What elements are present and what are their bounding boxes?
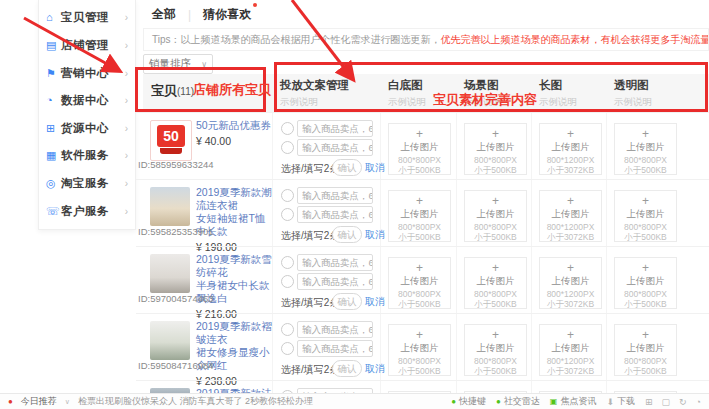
copy-input-2[interactable] xyxy=(297,206,373,223)
upload-label: 上传图片 xyxy=(389,208,450,219)
table-body: 50 50元新品优惠券¥ 40.00 ID:585959633244 选择/填写… xyxy=(0,0,709,409)
upload-image-cell[interactable]: + 上传图片 800*800PX 小于500KB xyxy=(614,324,677,376)
product-row: 2019夏季新款潮流连衣裙女短袖短裙T恤中长款¥ 198.00 ID:59582… xyxy=(136,179,709,246)
upload-image-cell[interactable]: + 上传图片 800*800PX 小于500KB xyxy=(388,123,451,175)
copy-input-1[interactable] xyxy=(297,254,373,271)
news-ticker[interactable]: 检票出现刷脸仪惊呆众人 消防车真大哥了 2秒教你轻松办理 xyxy=(78,395,313,408)
upload-image-cell[interactable]: + 上传图片 800*800PX 小于500KB xyxy=(614,257,677,309)
status-bar: ● 今日推荐 ∨ 检票出现刷脸仪惊呆众人 消防车真大哥了 2秒教你轻松办理 ●快… xyxy=(0,393,709,409)
upload-limit-hint: 小于3072KB xyxy=(540,299,601,309)
upload-label: 上传图片 xyxy=(540,141,601,152)
product-title-link[interactable]: 2019夏季新款潮流连衣裙女短袖短裙T恤中长款¥ 198.00 xyxy=(196,186,274,254)
statusbar-item[interactable]: ▣焦点资讯 xyxy=(550,395,597,408)
statusbar-item-label: 下载 xyxy=(617,395,635,408)
upload-label: 上传图片 xyxy=(615,342,676,353)
news-source-icon: ● xyxy=(8,397,13,406)
product-title-link[interactable]: 2019夏季新款雪纺碎花半身裙女中长款飘逸白¥ 216.00 xyxy=(196,253,274,321)
statusbar-item[interactable]: ●快捷键 xyxy=(451,395,486,408)
copy-radio-2[interactable] xyxy=(281,275,294,288)
copy-input-1[interactable] xyxy=(297,187,373,204)
copy-input-1[interactable] xyxy=(297,120,373,137)
copy-radio-1[interactable] xyxy=(281,189,294,202)
upload-size-hint: 800*800PX xyxy=(389,356,450,366)
coupon-value: 50 xyxy=(157,125,185,147)
upload-size-hint: 800*1200PX xyxy=(540,222,601,232)
upload-size-hint: 800*800PX xyxy=(615,222,676,232)
upload-limit-hint: 小于500KB xyxy=(465,366,526,376)
upload-size-hint: 800*800PX xyxy=(615,356,676,366)
product-title-link[interactable]: 2019夏季新款褶皱连衣裙女修身显瘦小众网红¥ 238.00 xyxy=(196,320,274,388)
plus-icon: + xyxy=(465,262,526,275)
upload-image-cell[interactable]: + 上传图片 800*800PX 小于500KB xyxy=(614,190,677,242)
copy-radio-1[interactable] xyxy=(281,323,294,336)
product-id: ID:585959633244 xyxy=(138,159,214,170)
status-bar-right: ●快捷键●社交雷达▣焦点资讯⬇下载⊞▢↻◔ xyxy=(451,395,701,408)
upload-label: 上传图片 xyxy=(389,141,450,152)
confirm-button[interactable]: 确认 xyxy=(332,360,362,377)
product-title-link[interactable]: 50元新品优惠券¥ 40.00 xyxy=(196,119,274,148)
product-title-line: 2019夏季新款潮流连衣裙 xyxy=(196,186,274,212)
plugin-icon: ● xyxy=(451,397,456,406)
upload-image-cell[interactable]: + 上传图片 800*1200PX 小于3072KB xyxy=(539,123,602,175)
upload-limit-hint: 小于500KB xyxy=(389,299,450,309)
copy-radio-2[interactable] xyxy=(281,342,294,355)
copy-input-2[interactable] xyxy=(297,273,373,290)
upload-label: 上传图片 xyxy=(465,342,526,353)
tray-icon[interactable]: ⊞ xyxy=(645,397,653,407)
statusbar-item[interactable]: ●社交雷达 xyxy=(496,395,540,408)
cancel-button[interactable]: 取消 xyxy=(365,362,385,376)
copy-radio-1[interactable] xyxy=(281,256,294,269)
upload-label: 上传图片 xyxy=(540,208,601,219)
copy-input-1[interactable] xyxy=(297,321,373,338)
cancel-button[interactable]: 取消 xyxy=(365,228,385,242)
upload-size-hint: 800*800PX xyxy=(389,222,450,232)
tray-icon[interactable]: ↻ xyxy=(679,397,687,407)
upload-image-cell[interactable]: + 上传图片 800*800PX 小于500KB xyxy=(614,123,677,175)
copy-radio-1[interactable] xyxy=(281,122,294,135)
confirm-button[interactable]: 确认 xyxy=(332,159,362,176)
copy-radio-2[interactable] xyxy=(281,141,294,154)
upload-size-hint: 800*1200PX xyxy=(540,289,601,299)
upload-image-cell[interactable]: + 上传图片 800*1200PX 小于3072KB xyxy=(539,190,602,242)
upload-image-cell[interactable]: + 上传图片 800*1200PX 小于3072KB xyxy=(539,257,602,309)
copy-radio-2[interactable] xyxy=(281,208,294,221)
product-row: 50 50元新品优惠券¥ 40.00 ID:585959633244 选择/填写… xyxy=(136,112,709,179)
statusbar-item-label: 社交雷达 xyxy=(504,395,540,408)
upload-image-cell[interactable]: + 上传图片 800*800PX 小于500KB xyxy=(464,257,527,309)
upload-image-cell[interactable]: + 上传图片 800*800PX 小于500KB xyxy=(464,123,527,175)
tray-icon[interactable]: ◔ xyxy=(696,397,701,407)
upload-size-hint: 800*800PX xyxy=(389,155,450,165)
tray-icons[interactable]: ⊞▢↻◔ xyxy=(645,397,701,407)
tray-icon[interactable]: ▢ xyxy=(662,397,671,407)
upload-label: 上传图片 xyxy=(465,141,526,152)
upload-limit-hint: 小于500KB xyxy=(465,232,526,242)
upload-image-cell[interactable]: + 上传图片 800*800PX 小于500KB xyxy=(388,324,451,376)
product-image[interactable]: 50 xyxy=(150,120,192,161)
news-source-label[interactable]: 今日推荐 xyxy=(21,395,57,408)
product-image[interactable] xyxy=(150,187,190,226)
upload-limit-hint: 小于500KB xyxy=(615,299,676,309)
upload-size-hint: 800*1200PX xyxy=(540,155,601,165)
copy-input-2[interactable] xyxy=(297,139,373,156)
upload-image-cell[interactable]: + 上传图片 800*1200PX 小于3072KB xyxy=(539,324,602,376)
upload-limit-hint: 小于3072KB xyxy=(540,232,601,242)
seller-admin-screen: ⌂ 宝贝管理 › ▤ 店铺管理 › ⚑ 营销中心 › ◔ 数据中心 › ⊞ 货源… xyxy=(0,0,709,409)
upload-image-cell[interactable]: + 上传图片 800*800PX 小于500KB xyxy=(464,190,527,242)
plus-icon: + xyxy=(389,128,450,141)
cancel-button[interactable]: 取消 xyxy=(365,295,385,309)
upload-image-cell[interactable]: + 上传图片 800*800PX 小于500KB xyxy=(388,190,451,242)
product-image[interactable] xyxy=(150,254,190,293)
confirm-button[interactable]: 确认 xyxy=(332,226,362,243)
upload-image-cell[interactable]: + 上传图片 800*800PX 小于500KB xyxy=(388,257,451,309)
product-title-line: 50元新品优惠券 xyxy=(196,119,274,132)
confirm-button[interactable]: 确认 xyxy=(332,293,362,310)
copy-input-2[interactable] xyxy=(297,340,373,357)
upload-limit-hint: 小于500KB xyxy=(389,165,450,175)
statusbar-item[interactable]: ⬇下载 xyxy=(606,395,635,408)
cancel-button[interactable]: 取消 xyxy=(365,161,385,175)
upload-label: 上传图片 xyxy=(615,208,676,219)
upload-image-cell[interactable]: + 上传图片 800*800PX 小于500KB xyxy=(464,324,527,376)
product-image[interactable] xyxy=(150,321,190,360)
chevron-down-icon: ∨ xyxy=(65,398,70,406)
upload-label: 上传图片 xyxy=(540,275,601,286)
